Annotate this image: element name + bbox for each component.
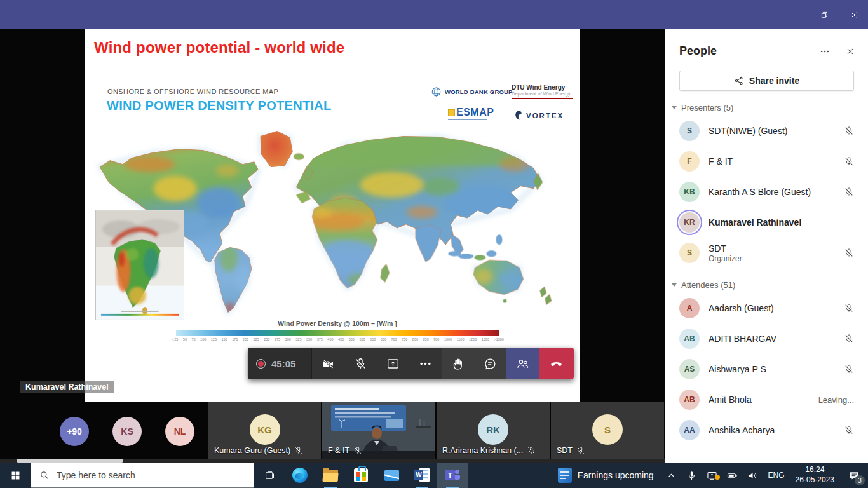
show-hidden-icons-button[interactable] — [663, 470, 680, 481]
participant-avatar[interactable]: KS — [112, 417, 142, 446]
taskbar-app-edge[interactable] — [285, 463, 315, 488]
density-title: WIND POWER DENSITY POTENTIAL — [107, 98, 332, 113]
mic-muted-icon — [353, 446, 362, 455]
task-view-button[interactable] — [254, 463, 285, 488]
colorbar-tick: 800 — [412, 337, 418, 341]
chat-button[interactable] — [474, 348, 506, 379]
taskbar-search[interactable] — [31, 463, 254, 488]
notification-center-button[interactable]: 3 — [840, 463, 868, 488]
avatar: AS — [679, 359, 700, 379]
share-screen-icon — [386, 357, 400, 370]
tray-mic-icon[interactable] — [684, 470, 700, 481]
attendees-header-label: Attendees (51) — [681, 280, 735, 290]
overflow-participants-badge[interactable]: +90 — [60, 417, 89, 446]
vortex-swirl-icon — [514, 110, 524, 121]
search-input[interactable] — [57, 470, 245, 480]
vortex-logo: VORTEX — [514, 110, 564, 121]
time: 16:24 — [796, 465, 834, 475]
camera-off-button[interactable] — [312, 348, 344, 379]
colorbar-tick: 275 — [275, 337, 280, 341]
taskbar-clock[interactable]: 16:24 26-05-2023 — [796, 465, 834, 485]
taskbar-app-file-explorer[interactable] — [315, 463, 346, 488]
participant-row[interactable]: AB ADITI BHARGAV — [665, 323, 868, 354]
participant-row-active-speaker[interactable]: KR Kumaravel Rathinavel — [665, 207, 868, 238]
tray-presenting-icon[interactable] — [704, 470, 721, 481]
participant-row[interactable]: A Aadarsh (Guest) — [665, 293, 868, 323]
colorbar-tick: 650 — [381, 337, 386, 341]
mic-muted-icon — [844, 334, 854, 344]
meeting-window: Wind power potential - world wide ONSHOR… — [0, 29, 868, 463]
colorbar-tick: 325 — [295, 337, 301, 341]
participant-row[interactable]: F F & IT — [665, 146, 868, 177]
news-icon — [558, 468, 572, 483]
avatar: A — [679, 298, 700, 318]
share-invite-button[interactable]: Share invite — [679, 71, 854, 91]
taskbar-app-mail[interactable] — [376, 463, 407, 488]
presenters-section-header[interactable]: Presenters (5) — [665, 91, 868, 116]
share-screen-button[interactable] — [377, 348, 409, 379]
avatar: S — [592, 414, 623, 445]
vortex-logo-text: VORTEX — [526, 112, 564, 119]
participant-tile[interactable]: KG Kumara Guru (Guest) — [208, 402, 321, 459]
battery-icon[interactable] — [724, 470, 741, 481]
people-panel-close-button[interactable] — [845, 46, 855, 57]
avatar: KB — [679, 182, 700, 202]
avatar: F — [679, 151, 700, 172]
mic-muted-icon — [844, 303, 854, 313]
chat-icon — [484, 357, 497, 370]
mic-off-icon — [354, 357, 367, 370]
colorbar-tick: 450 — [338, 337, 344, 341]
taskbar-app-teams[interactable]: T — [437, 463, 468, 488]
language-indicator[interactable]: ENG — [768, 471, 785, 480]
participant-name: R.Arirama Krishnan (... — [442, 446, 523, 455]
resource-map-label: ONSHORE & OFFSHORE WIND RESOURCE MAP — [107, 88, 278, 95]
volume-icon[interactable] — [745, 470, 761, 481]
participant-name: Kumaravel Rathinavel — [709, 217, 801, 227]
start-button[interactable] — [0, 463, 31, 488]
participant-tile[interactable]: S SDT — [551, 402, 664, 459]
participant-row[interactable]: KB Karanth A S Blore (Guest) — [665, 177, 868, 207]
people-more-options-button[interactable] — [820, 46, 830, 57]
avatar: KG — [250, 414, 280, 445]
participant-video-tile[interactable]: F & IT — [322, 402, 435, 459]
taskbar-app-word[interactable]: W — [407, 463, 437, 488]
esmap-caption-line — [448, 119, 487, 120]
colorbar-tick: 400 — [327, 337, 333, 341]
hang-up-button[interactable] — [539, 348, 574, 379]
colorbar-tick: 1300 — [482, 337, 489, 341]
task-view-icon — [264, 470, 275, 481]
participant-avatar[interactable]: NL — [165, 417, 194, 446]
screen-share-stage: Wind power potential - world wide ONSHOR… — [0, 29, 665, 463]
participant-row[interactable]: AA Anshika Acharya — [665, 415, 868, 445]
window-restore-button[interactable] — [810, 0, 839, 29]
colorbar-tick: >1300 — [494, 337, 503, 341]
taskbar-app-store[interactable] — [346, 463, 376, 488]
participant-name: ADITI BHARGAV — [709, 334, 776, 344]
participant-row[interactable]: S SDT Organizer — [665, 238, 868, 268]
colorbar-tick: 500 — [349, 337, 355, 341]
participant-row[interactable]: S SDT(NIWE) (Guest) — [665, 116, 868, 146]
participant-name: F & IT — [328, 446, 349, 455]
recording-indicator: 45:05 — [248, 348, 311, 379]
news-widget[interactable]: Earnings upcoming — [550, 463, 661, 488]
slide-title: Wind power potential - world wide — [94, 39, 344, 57]
participant-tile[interactable]: RK R.Arirama Krishnan (... — [437, 402, 550, 459]
more-actions-button[interactable] — [409, 348, 442, 379]
people-panel: People Share invite Presenters (5) S SDT… — [665, 29, 868, 463]
attendees-section-header[interactable]: Attendees (51) — [665, 268, 868, 293]
window-minimize-button[interactable] — [780, 0, 810, 29]
raise-hand-button[interactable] — [442, 348, 474, 379]
participant-row[interactable]: AB Amit Bhola Leaving... — [665, 384, 868, 415]
avatar: KR — [679, 212, 700, 233]
meeting-toolbar: 45:05 — [248, 348, 574, 379]
dtu-wind-energy-logo: DTU Wind Energy Department of Wind Energ… — [512, 84, 574, 99]
window-close-button[interactable] — [839, 0, 868, 29]
presenting-status-dot — [715, 475, 720, 480]
mic-muted-icon — [844, 126, 854, 136]
participant-name: Anshika Acharya — [709, 425, 775, 435]
colorbar-tick: 75 — [191, 337, 195, 341]
participant-row[interactable]: AS Aishwarya P S — [665, 354, 868, 384]
colorbar-tick: 900 — [433, 337, 439, 341]
people-button[interactable] — [506, 348, 539, 379]
mic-off-button[interactable] — [344, 348, 377, 379]
